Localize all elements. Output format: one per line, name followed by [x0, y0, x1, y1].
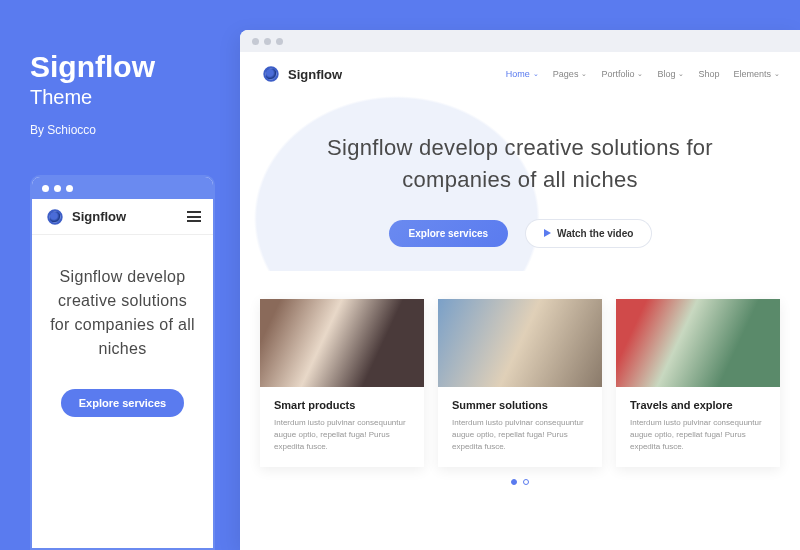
card-desc: Interdum iusto pulvinar consequuntur aug… — [452, 417, 588, 453]
nav-blog[interactable]: Blog⌄ — [657, 69, 684, 79]
card-desc: Interdum iusto pulvinar consequuntur aug… — [630, 417, 766, 453]
window-dot — [54, 185, 61, 192]
mobile-hero: Signflow develop creative solutions for … — [32, 235, 213, 535]
nav-label: Home — [506, 69, 530, 79]
nav-home[interactable]: Home⌄ — [506, 69, 539, 79]
explore-button[interactable]: Explore services — [61, 389, 184, 417]
explore-button[interactable]: Explore services — [389, 220, 509, 247]
logo[interactable]: Signflow — [44, 206, 126, 228]
desktop-preview: Signflow Home⌄ Pages⌄ Portfolio⌄ Blog⌄ S… — [240, 30, 800, 550]
chevron-down-icon: ⌄ — [637, 70, 643, 78]
card-image — [260, 299, 424, 387]
card-summer-solutions[interactable]: Summer solutions Interdum iusto pulvinar… — [438, 299, 602, 467]
mobile-preview: Signflow Signflow develop creative solut… — [30, 175, 215, 550]
card-title: Summer solutions — [452, 399, 588, 411]
window-dot — [252, 38, 259, 45]
nav-label: Shop — [698, 69, 719, 79]
logo-text: Signflow — [288, 67, 342, 82]
nav-portfolio[interactable]: Portfolio⌄ — [601, 69, 643, 79]
nav-shop[interactable]: Shop — [698, 69, 719, 79]
promo-subtitle: Theme — [30, 86, 210, 109]
window-dot — [264, 38, 271, 45]
window-dot — [42, 185, 49, 192]
card-desc: Interdum iusto pulvinar consequuntur aug… — [274, 417, 410, 453]
nav-label: Blog — [657, 69, 675, 79]
chevron-down-icon: ⌄ — [581, 70, 587, 78]
hero-headline: Signflow develop creative solutions for … — [280, 132, 760, 196]
chevron-down-icon: ⌄ — [533, 70, 539, 78]
card-body: Travels and explore Interdum iusto pulvi… — [616, 387, 780, 467]
carousel-dots — [240, 479, 800, 485]
logo[interactable]: Signflow — [260, 63, 342, 85]
logo-icon — [263, 66, 278, 81]
hero-ctas: Explore services Watch the video — [280, 220, 760, 247]
desktop-window-bar — [240, 30, 800, 52]
chevron-down-icon: ⌄ — [774, 70, 780, 78]
card-body: Summer solutions Interdum iusto pulvinar… — [438, 387, 602, 467]
nav-label: Pages — [553, 69, 579, 79]
nav-pages[interactable]: Pages⌄ — [553, 69, 588, 79]
card-travels-explore[interactable]: Travels and explore Interdum iusto pulvi… — [616, 299, 780, 467]
mobile-window-bar — [32, 177, 213, 199]
logo-text: Signflow — [72, 209, 126, 224]
window-dot — [66, 185, 73, 192]
mobile-headline: Signflow develop creative solutions for … — [46, 265, 199, 361]
logo-icon — [47, 209, 62, 224]
chevron-down-icon: ⌄ — [678, 70, 684, 78]
nav-label: Portfolio — [601, 69, 634, 79]
card-title: Travels and explore — [630, 399, 766, 411]
video-label: Watch the video — [557, 228, 633, 239]
card-body: Smart products Interdum iusto pulvinar c… — [260, 387, 424, 467]
play-icon — [544, 229, 551, 237]
card-title: Smart products — [274, 399, 410, 411]
main-nav: Home⌄ Pages⌄ Portfolio⌄ Blog⌄ Shop Eleme… — [506, 69, 780, 79]
dot-2[interactable] — [523, 479, 529, 485]
hamburger-icon[interactable] — [187, 211, 201, 222]
mobile-header: Signflow — [32, 199, 213, 235]
watch-video-button[interactable]: Watch the video — [526, 220, 651, 247]
card-image — [438, 299, 602, 387]
dot-1[interactable] — [511, 479, 517, 485]
nav-elements[interactable]: Elements⌄ — [733, 69, 780, 79]
promo-title: Signflow — [30, 50, 210, 84]
card-smart-products[interactable]: Smart products Interdum iusto pulvinar c… — [260, 299, 424, 467]
desktop-header: Signflow Home⌄ Pages⌄ Portfolio⌄ Blog⌄ S… — [240, 52, 800, 96]
nav-label: Elements — [733, 69, 771, 79]
promo-author: By Schiocco — [30, 123, 210, 137]
window-dot — [276, 38, 283, 45]
card-image — [616, 299, 780, 387]
card-row: Smart products Interdum iusto pulvinar c… — [240, 271, 800, 467]
hero: Signflow develop creative solutions for … — [240, 96, 800, 271]
